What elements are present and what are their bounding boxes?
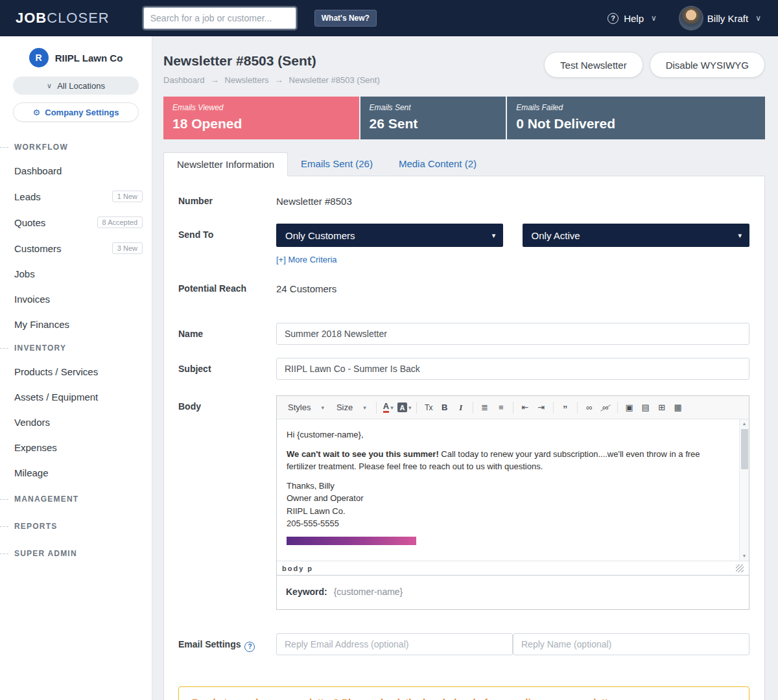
user-menu[interactable]: Billy Kraft ∨ <box>680 7 761 29</box>
caret-down-icon: ▾ <box>738 231 742 240</box>
sidebar-item-expenses[interactable]: Expenses <box>0 435 152 460</box>
whats-new-button[interactable]: What's New? <box>314 10 377 27</box>
newsletter-subject-input[interactable] <box>276 358 749 380</box>
send-confirmation-warning: Ready to send your newsletter? Please ch… <box>178 686 749 700</box>
background-color-icon[interactable]: A ▾ <box>397 400 412 415</box>
send-to-label: Send To <box>178 224 276 240</box>
company-header: R RIIPL Lawn Co <box>0 48 152 67</box>
sidebar-item-dashboard[interactable]: Dashboard <box>0 158 152 183</box>
sidebar-item-leads[interactable]: Leads 1 New <box>0 183 152 209</box>
size-dropdown[interactable]: Size ▾ <box>331 400 372 415</box>
outdent-icon[interactable]: ⇤ <box>517 400 533 415</box>
help-label: Help <box>624 13 644 24</box>
reply-name-input[interactable] <box>513 633 749 655</box>
email-banner-image <box>287 537 416 545</box>
page-title: Newsletter #8503 (Sent) <box>163 53 380 69</box>
unordered-list-icon[interactable]: ≡ <box>493 400 509 415</box>
reply-email-input[interactable] <box>276 633 513 655</box>
section-super-admin[interactable]: SUPER ADMIN <box>0 540 152 567</box>
chevron-down-icon: ∨ <box>755 14 761 23</box>
editor-scrollbar[interactable]: ▲ ▼ <box>739 419 749 561</box>
breadcrumb-dashboard[interactable]: Dashboard <box>163 75 205 85</box>
help-menu[interactable]: ? Help ∨ <box>607 13 657 24</box>
sidebar-item-invoices[interactable]: Invoices <box>0 286 152 312</box>
company-settings-button[interactable]: ⚙ Company Settings <box>13 102 139 122</box>
italic-icon[interactable]: I <box>453 400 469 415</box>
remove-format-icon[interactable]: Tx <box>421 400 436 415</box>
company-settings-label: Company Settings <box>45 108 119 117</box>
stat-label: Emails Failed <box>516 103 756 112</box>
chevron-down-icon: ∨ <box>651 14 657 23</box>
tab-media-content[interactable]: Media Content (2) <box>386 152 489 176</box>
bold-icon[interactable]: B <box>437 400 453 415</box>
indent-icon[interactable]: ⇥ <box>534 400 549 415</box>
sidebar-item-label: Leads <box>14 191 41 202</box>
sidebar-item-label: Expenses <box>14 442 57 453</box>
sidebar-item-assets-equipment[interactable]: Assets / Equipment <box>0 384 152 410</box>
embed-icon[interactable]: ▤ <box>638 400 654 415</box>
image-icon[interactable]: ▣ <box>622 400 637 415</box>
link-icon[interactable]: ∞ <box>582 400 597 415</box>
test-newsletter-button[interactable]: Test Newsletter <box>544 52 643 78</box>
stat-emails-sent: Emails Sent 26 Sent <box>360 97 506 139</box>
section-management[interactable]: MANAGEMENT <box>0 485 152 513</box>
breadcrumb-current: Newsletter #8503 (Sent) <box>289 75 380 85</box>
email-settings-label: Email Settings? <box>178 633 276 652</box>
global-search-input[interactable] <box>143 7 296 29</box>
section-workflow: WORKFLOW <box>0 136 152 158</box>
caret-down-icon: ▾ <box>492 231 496 240</box>
company-avatar: R <box>29 48 49 67</box>
body-paragraph: We can't wait to see you this summer! Ca… <box>287 448 731 473</box>
styles-dropdown[interactable]: Styles ▾ <box>282 400 330 415</box>
sidebar-item-jobs[interactable]: Jobs <box>0 261 152 286</box>
logo-primary: JOB <box>16 10 47 26</box>
table-icon[interactable]: ⊞ <box>654 400 670 415</box>
sidebar-item-products-services[interactable]: Products / Services <box>0 359 152 384</box>
resize-handle-icon[interactable] <box>736 565 744 572</box>
section-reports[interactable]: REPORTS <box>0 513 152 540</box>
text-color-icon[interactable]: A ▾ <box>381 400 396 415</box>
logo-secondary: CLOSER <box>47 10 109 26</box>
body-row: Body Styles ▾ Size <box>178 395 749 610</box>
sidebar-item-customers[interactable]: Customers 3 New <box>0 235 152 261</box>
sidebar-item-quotes[interactable]: Quotes 8 Accepted <box>0 209 152 235</box>
ordered-list-icon[interactable]: ≣ <box>477 400 493 415</box>
disable-wysiwyg-button[interactable]: Disable WYSIWYG <box>650 52 765 78</box>
locations-select[interactable]: ∨ All Locations <box>13 76 139 95</box>
potential-reach-row: Potential Reach 24 Customers <box>178 282 749 294</box>
scroll-up-icon[interactable]: ▲ <box>742 421 747 428</box>
element-path[interactable]: body p <box>282 565 313 572</box>
tab-newsletter-information[interactable]: Newsletter Information <box>163 152 288 176</box>
page-head: Newsletter #8503 (Sent) Dashboard → News… <box>163 48 765 85</box>
editor-status-bar: body p <box>277 561 749 575</box>
tab-bar: Newsletter Information Emails Sent (26) … <box>163 152 765 176</box>
potential-reach-value: 24 Customers <box>276 282 749 294</box>
stat-value: 0 Not Delivered <box>516 116 756 132</box>
caret-down-icon: ▾ <box>321 404 324 411</box>
subject-row: Subject <box>178 358 749 380</box>
sidebar-item-vendors[interactable]: Vendors <box>0 410 152 435</box>
section-inventory: INVENTORY <box>0 337 152 359</box>
scroll-down-icon[interactable]: ▼ <box>742 553 747 560</box>
potential-reach-label: Potential Reach <box>178 282 276 294</box>
breadcrumb-newsletters[interactable]: Newsletters <box>225 75 269 85</box>
header-actions: Test Newsletter Disable WYSIWYG <box>544 52 765 78</box>
blockquote-icon[interactable]: ” <box>558 400 573 415</box>
sidebar-nav: WORKFLOW Dashboard Leads 1 New Quotes 8 … <box>0 136 152 567</box>
body-editor: Styles ▾ Size ▾ A <box>276 395 749 610</box>
scrollbar-thumb[interactable] <box>741 429 748 469</box>
newsletter-name-input[interactable] <box>276 323 749 345</box>
app-logo[interactable]: JOBCLOSER <box>16 10 110 27</box>
sidebar-item-my-finances[interactable]: My Finances <box>0 312 152 337</box>
send-to-status-select[interactable]: Only Active ▾ <box>523 224 749 247</box>
maximize-icon[interactable]: ▦ <box>670 400 686 415</box>
send-to-audience-select[interactable]: Only Customers ▾ <box>276 224 503 247</box>
info-icon[interactable]: ? <box>244 642 255 652</box>
email-body-content[interactable]: Hi {customer-name}, We can't wait to see… <box>277 419 749 561</box>
more-criteria-link[interactable]: [+] More Criteria <box>276 255 337 264</box>
unlink-icon[interactable]: ∞ <box>598 400 613 415</box>
tab-emails-sent[interactable]: Emails Sent (26) <box>288 152 386 176</box>
user-name: Billy Kraft <box>707 13 748 24</box>
sidebar-item-mileage[interactable]: Mileage <box>0 460 152 485</box>
chevron-down-icon: ∨ <box>47 82 52 90</box>
